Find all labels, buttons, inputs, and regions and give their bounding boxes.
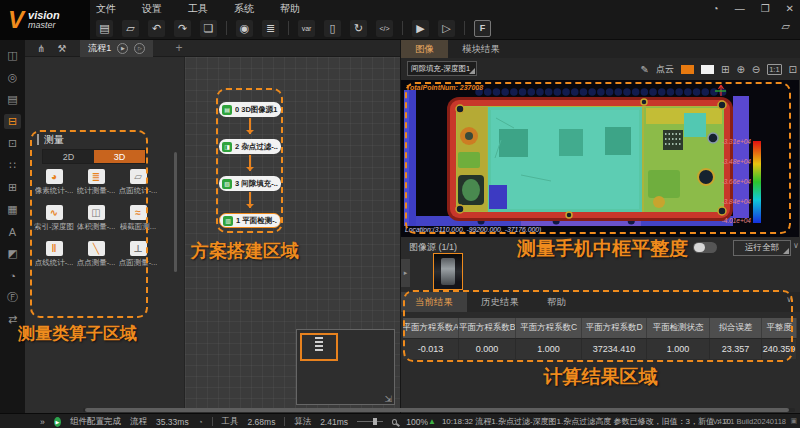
pointcloud-color-swatch-orange[interactable]: [681, 65, 694, 74]
format-icon[interactable]: F: [474, 20, 491, 37]
timer-icon: ◔: [198, 417, 203, 427]
run-loop-icon[interactable]: ▷: [438, 20, 455, 37]
algo-tile-index-depthmap[interactable]: ∿ 索引-深度图: [33, 205, 75, 232]
flow-node-3d-image-source[interactable]: ▤ 0 3D图像源1: [219, 102, 281, 117]
algo-tile-point-point-measure[interactable]: ╲ 点点测量-...: [75, 241, 117, 268]
tab-module-result[interactable]: 模块结果: [448, 40, 514, 58]
tab-2d[interactable]: 2D: [43, 150, 94, 163]
calc-tool-icon[interactable]: ⊞: [4, 180, 21, 195]
communication-tool-icon[interactable]: ⇄: [4, 312, 21, 327]
ocr-tool-icon[interactable]: A: [4, 224, 21, 239]
minimap-viewport[interactable]: [300, 333, 338, 361]
logic-tool-icon[interactable]: Ⓕ: [4, 290, 21, 305]
algo-tile-stat-measure[interactable]: ≣ 统计测量-...: [75, 169, 117, 196]
menu-system[interactable]: 系统: [234, 2, 254, 16]
add-process-button[interactable]: +: [175, 41, 182, 55]
algo-tile-point-plane-stat[interactable]: ▱ 点面统计-...: [117, 169, 159, 196]
match-tool-icon[interactable]: ∷: [4, 158, 21, 173]
tab-3d[interactable]: 3D: [94, 150, 145, 163]
minimize-button[interactable]: —: [735, 3, 745, 14]
image-thumbnail[interactable]: [433, 253, 463, 290]
run-process-icon[interactable]: ▶: [117, 43, 128, 54]
zoom-slider[interactable]: [357, 421, 383, 422]
algo-tile-point-line-stat[interactable]: ‖ 点线统计-...: [33, 241, 75, 268]
tab-history-result[interactable]: 历史结果: [467, 292, 533, 312]
flow-node-gap-fill[interactable]: ▧ 3 间隙填充-...: [219, 176, 281, 191]
flow-connector: [249, 118, 251, 134]
undo-icon[interactable]: ↶: [148, 20, 165, 37]
flow-hierarchy-icon[interactable]: ⋔: [37, 43, 45, 54]
deep-learning-tool-icon[interactable]: ▦: [4, 202, 21, 217]
timing-tool-icon[interactable]: ◔: [4, 268, 21, 283]
new-window-icon[interactable]: ❏: [200, 20, 217, 37]
adjust-icon[interactable]: ≣: [262, 20, 279, 37]
algo-tile-volume-measure[interactable]: ◫ 体积测量-...: [75, 205, 117, 232]
status-log-message[interactable]: 10:18:32 流程1.杂点过滤-深度图1.杂点过滤高度 参数已修改，旧值：3…: [442, 416, 731, 427]
algo-time-label: 算法: [294, 416, 311, 428]
wrench-icon[interactable]: ⚒: [57, 43, 66, 54]
algo-tile-pixel-stat[interactable]: ◕ 像素统计-...: [33, 169, 75, 196]
horizontal-scrollbar[interactable]: [83, 408, 795, 412]
algorithm-panel: 测量 2D 3D ◕ 像素统计-... ≣ 统计测量-... ▱ 点面统计-..…: [25, 57, 185, 408]
center-view-icon[interactable]: ⊞: [721, 64, 729, 75]
tab-image[interactable]: 图像: [401, 40, 448, 58]
tab-help[interactable]: 帮助: [533, 292, 580, 312]
run-once-icon[interactable]: ▶: [412, 20, 429, 37]
save-icon[interactable]: ▤: [96, 20, 113, 37]
script-icon[interactable]: </>: [376, 20, 393, 37]
redo-icon[interactable]: ↷: [174, 20, 191, 37]
card-icon[interactable]: ▯: [324, 20, 341, 37]
result-table: 平面方程系数A 平面方程系数B 平面方程系数C 平面方程系数D 平面检测状态 拟…: [403, 318, 797, 359]
zoom-out-icon[interactable]: ⊖: [752, 64, 760, 75]
flow-connector: [249, 155, 251, 171]
pointcloud-color-swatch-white[interactable]: [701, 65, 714, 74]
algo-tile-cross-section[interactable]: ≈ 横截面测...: [117, 205, 159, 232]
chevron-down-icon[interactable]: ∨: [793, 241, 799, 250]
restore-button[interactable]: ❐: [761, 3, 770, 14]
run-process-loop-icon[interactable]: ▷: [134, 43, 145, 54]
flow-node-plane-detect[interactable]: ▥ 1 平面检测-...: [219, 213, 281, 228]
algo-tile-point-plane-measure[interactable]: ⊥ 点面测量-...: [117, 241, 159, 268]
flow-node-noise-filter[interactable]: ◨ 2 杂点过滤-...: [219, 139, 281, 154]
tab-process-1[interactable]: 流程1 ▶ ▷: [80, 40, 153, 57]
zoom-in-icon[interactable]: ⊕: [736, 64, 744, 75]
continuous-run-toggle[interactable]: [693, 242, 717, 253]
algo-panel-scrollbar[interactable]: [174, 152, 177, 272]
performance-icon[interactable]: ◔: [713, 3, 719, 14]
flow-canvas[interactable]: ▤ 0 3D图像源1 ◨ 2 杂点过滤-... ▧ 3 间隙填充-... ▥ 1…: [185, 57, 400, 408]
run-all-dropdown[interactable]: 运行全部: [733, 240, 791, 256]
minimap-resize-icon[interactable]: ⇲: [384, 394, 392, 404]
folder-icon[interactable]: ▱: [782, 20, 790, 33]
flow-time-value: 35.33ms: [156, 417, 189, 427]
log-panel-icon[interactable]: ▣: [790, 417, 797, 425]
menu-bar: 文件 设置 工具 系统 帮助: [96, 1, 300, 16]
variable-icon[interactable]: var: [298, 20, 315, 37]
result-table-row[interactable]: -0.013 0.000 1.000 37234.410 1.000 23.35…: [403, 338, 797, 359]
menu-help[interactable]: 帮助: [280, 2, 300, 16]
recognize-tool-icon[interactable]: ⊡: [4, 136, 21, 151]
tab-current-result[interactable]: 当前结果: [401, 292, 467, 312]
open-icon[interactable]: ▱: [122, 20, 139, 37]
collapse-icon[interactable]: »: [40, 417, 45, 427]
menu-tools[interactable]: 工具: [188, 2, 208, 16]
pencil-icon[interactable]: ✎: [641, 64, 649, 75]
strip-expander[interactable]: ▸: [401, 259, 410, 287]
status-run-icon: ▶: [54, 417, 61, 427]
chevron-down-icon[interactable]: ∨: [786, 295, 792, 304]
logo-v-icon: V: [8, 8, 24, 32]
menu-file[interactable]: 文件: [96, 2, 116, 16]
locate-tool-icon[interactable]: ◎: [4, 70, 21, 85]
measure-tool-icon[interactable]: ⊟: [4, 114, 21, 129]
close-button[interactable]: ✕: [786, 3, 794, 14]
refresh-icon[interactable]: ↻: [350, 20, 367, 37]
camera-tool-icon[interactable]: ◫: [4, 48, 21, 63]
menu-settings[interactable]: 设置: [142, 2, 162, 16]
module-image-dropdown[interactable]: 间隙填充-深度图1: [407, 61, 477, 76]
pointcloud-viewport[interactable]: -3.31e+04 -3.48e+04 -3.66e+04 -3.84e+04 …: [401, 80, 799, 237]
camera-icon[interactable]: ◉: [236, 20, 253, 37]
actual-size-icon[interactable]: 1:1: [767, 64, 781, 75]
fit-window-icon[interactable]: ⊡: [789, 64, 797, 75]
color-tool-icon[interactable]: ◩: [4, 246, 21, 261]
image-proc-tool-icon[interactable]: ▤: [4, 92, 21, 107]
flow-minimap[interactable]: ⇲: [296, 329, 395, 405]
